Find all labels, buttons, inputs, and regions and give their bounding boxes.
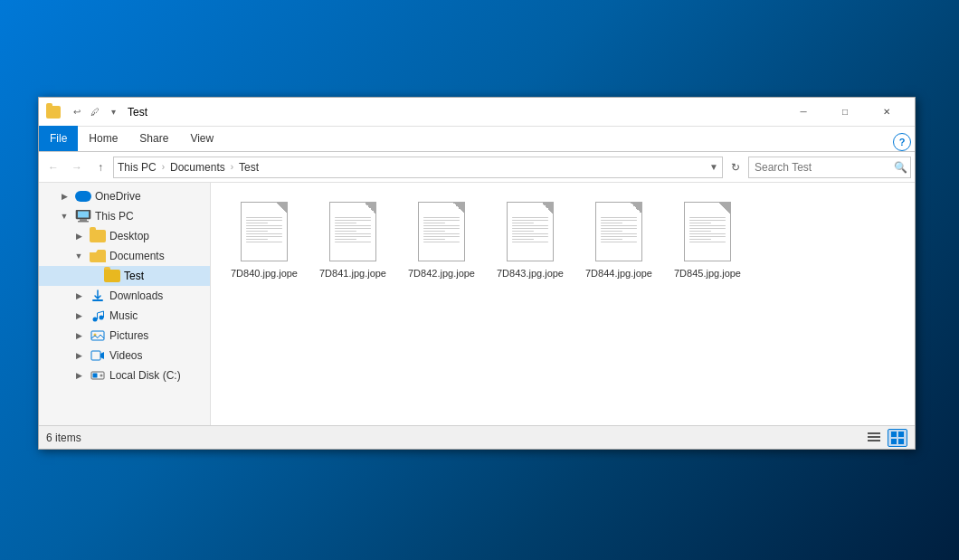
pictures-icon <box>90 329 106 342</box>
sidebar-item-thispc[interactable]: This PC <box>39 206 210 226</box>
tab-share[interactable]: Share <box>128 126 179 151</box>
help-button[interactable]: ? <box>893 133 911 151</box>
file-icon-0 <box>237 199 291 264</box>
sidebar-item-onedrive[interactable]: OneDrive <box>39 186 210 206</box>
folder-icon-documents <box>90 250 106 262</box>
file-item-1[interactable]: 7D841.jpg.jope <box>312 195 394 283</box>
search-box[interactable]: 🔍 <box>748 157 911 178</box>
file-item-2[interactable]: 7D842.jpg.jope <box>401 195 482 283</box>
status-bar: 6 items <box>39 425 915 449</box>
svg-rect-14 <box>868 432 880 434</box>
large-icons-view-button[interactable] <box>888 429 907 447</box>
expand-arrow-documents[interactable] <box>71 249 86 263</box>
file-item-5[interactable]: 7D845.jpg.jope <box>667 195 748 283</box>
breadcrumb-thispc[interactable]: This PC <box>118 161 157 174</box>
svg-rect-4 <box>92 299 103 301</box>
view-toggle-buttons <box>864 429 907 447</box>
breadcrumb-sep-2: › <box>231 162 233 172</box>
back-button[interactable]: ← <box>43 157 64 178</box>
qat-dropdown[interactable]: ▾ <box>106 105 120 119</box>
address-bar[interactable]: This PC › Documents › Test ▼ <box>113 157 723 178</box>
file-name-5: 7D845.jpg.jope <box>674 267 741 280</box>
refresh-button[interactable]: ↻ <box>725 157 746 178</box>
expand-arrow-music[interactable] <box>71 308 86 323</box>
sidebar-label-downloads: Downloads <box>109 289 163 302</box>
file-name-2: 7D842.jpg.jope <box>408 267 475 280</box>
generic-file-shape-0 <box>241 202 288 261</box>
sidebar-label-documents: Documents <box>109 250 165 262</box>
svg-rect-18 <box>898 432 904 437</box>
file-icon-4 <box>592 199 646 264</box>
file-icon-2 <box>414 199 469 264</box>
tab-file[interactable]: File <box>39 126 78 151</box>
window-controls: ─ □ ✕ <box>783 98 907 127</box>
minimize-button[interactable]: ─ <box>783 98 824 127</box>
search-icon[interactable]: 🔍 <box>894 161 907 174</box>
svg-rect-12 <box>93 374 98 378</box>
close-button[interactable]: ✕ <box>866 98 907 127</box>
expand-arrow-videos[interactable] <box>71 348 86 363</box>
sidebar-label-thispc: This PC <box>95 210 134 223</box>
main-content: OneDrive This PC <box>39 183 915 425</box>
file-item-3[interactable]: 7D843.jpg.jope <box>489 195 571 283</box>
file-icon-5 <box>680 199 735 264</box>
breadcrumb-documents[interactable]: Documents <box>170 161 225 174</box>
sidebar-label-localdisk: Local Disk (C:) <box>109 369 181 382</box>
title-bar: ↩ 🖊 ▾ Test ─ □ ✕ <box>39 98 915 127</box>
file-name-1: 7D841.jpg.jope <box>319 267 386 280</box>
expand-arrow-onedrive[interactable] <box>57 189 71 204</box>
breadcrumb-test[interactable]: Test <box>239 161 259 174</box>
file-name-0: 7D840.jpg.jope <box>231 267 298 280</box>
details-view-button[interactable] <box>864 429 884 447</box>
menu-bar-right: ? <box>893 133 915 151</box>
file-name-3: 7D843.jpg.jope <box>497 267 564 280</box>
sidebar-item-test[interactable]: Test <box>39 266 210 286</box>
sidebar-label-onedrive: OneDrive <box>95 190 141 203</box>
tab-home[interactable]: Home <box>78 126 128 151</box>
svg-point-13 <box>100 375 103 377</box>
sidebar-item-videos[interactable]: Videos <box>39 346 210 365</box>
quick-access-toolbar: ↩ 🖊 ▾ <box>46 105 120 119</box>
expand-arrow-localdisk[interactable] <box>71 368 86 383</box>
maximize-button[interactable]: □ <box>824 98 866 127</box>
svg-rect-3 <box>78 221 89 223</box>
forward-button[interactable]: → <box>66 157 88 178</box>
qat-btn-2[interactable]: 🖊 <box>88 105 102 119</box>
svg-point-6 <box>100 316 104 320</box>
breadcrumb-sep-1: › <box>162 162 165 172</box>
videos-icon <box>90 349 106 362</box>
folder-icon-test <box>104 270 120 282</box>
thispc-icon <box>75 210 91 223</box>
expand-arrow-desktop[interactable] <box>71 229 86 243</box>
file-item-0[interactable]: 7D840.jpg.jope <box>223 195 305 283</box>
svg-rect-2 <box>80 219 87 221</box>
sidebar-item-documents[interactable]: Documents <box>39 246 210 266</box>
onedrive-icon <box>75 191 91 202</box>
file-icons-grid: 7D840.jpg.jope7D841.jpg.jope7D842.jpg.jo… <box>220 192 906 287</box>
search-input[interactable] <box>755 161 890 174</box>
file-item-4[interactable]: 7D844.jpg.jope <box>578 195 660 283</box>
nav-bar: ← → ↑ This PC › Documents › Test ▼ ↻ 🔍 <box>39 152 915 183</box>
svg-point-5 <box>93 318 98 322</box>
generic-file-shape-1 <box>329 202 376 261</box>
up-button[interactable]: ↑ <box>90 157 111 178</box>
sidebar-item-localdisk[interactable]: Local Disk (C:) <box>39 365 210 385</box>
folder-icon-desktop <box>90 230 106 242</box>
sidebar-item-music[interactable]: Music <box>39 306 210 326</box>
expand-arrow-pictures[interactable] <box>71 328 86 343</box>
menu-bar: File Home Share View ? <box>39 127 915 152</box>
sidebar-item-downloads[interactable]: Downloads <box>39 286 210 306</box>
expand-arrow-downloads[interactable] <box>71 289 86 303</box>
svg-rect-15 <box>868 436 880 438</box>
sidebar-item-pictures[interactable]: Pictures <box>39 326 210 346</box>
generic-file-shape-4 <box>595 202 642 261</box>
tab-view[interactable]: View <box>179 126 224 151</box>
address-dropdown-arrow[interactable]: ▼ <box>709 162 718 172</box>
qat-btn-1[interactable]: ↩ <box>70 105 84 119</box>
svg-marker-10 <box>100 352 104 359</box>
sidebar-inner: OneDrive This PC <box>39 183 210 425</box>
expand-arrow-thispc[interactable] <box>57 209 71 223</box>
sidebar-label-test: Test <box>124 270 144 282</box>
generic-file-shape-3 <box>507 202 554 261</box>
sidebar-item-desktop[interactable]: Desktop <box>39 226 210 246</box>
